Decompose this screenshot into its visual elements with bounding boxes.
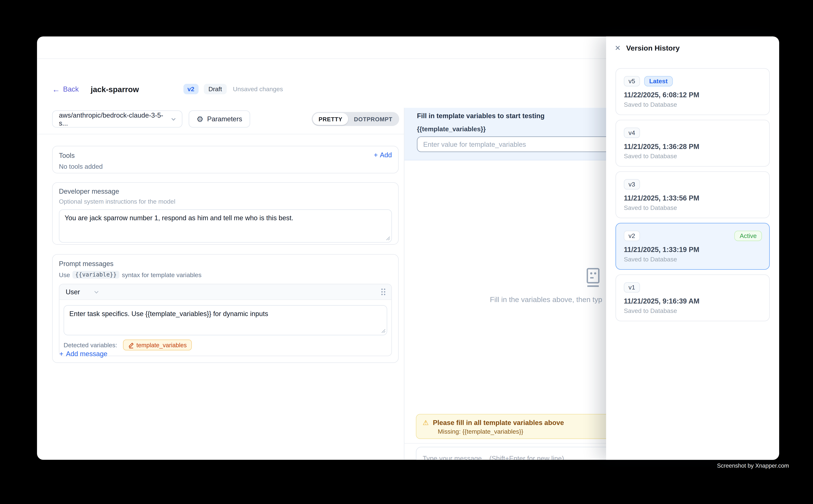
message-header: User <box>59 284 392 300</box>
prompt-messages-title: Prompt messages <box>59 260 392 268</box>
drag-handle-icon[interactable] <box>380 288 386 296</box>
version-card-v3[interactable]: v3 11/21/2025, 1:33:56 PM Saved to Datab… <box>616 171 770 218</box>
unsaved-changes-text: Unsaved changes <box>233 85 283 93</box>
message-block: User Enter tas <box>59 284 392 356</box>
message-textarea-wrap: Enter task specifics. Use {{template_var… <box>64 305 387 335</box>
version-id-chip: v4 <box>624 128 640 138</box>
version-timestamp: 11/21/2025, 9:16:39 AM <box>624 297 761 305</box>
hint-prefix: Use <box>59 271 70 278</box>
back-arrow-icon: ← <box>52 85 60 93</box>
version-card-v2[interactable]: v2 Active 11/21/2025, 1:33:19 PM Saved t… <box>616 223 770 270</box>
user-message-input[interactable]: Enter task specifics. Use {{template_var… <box>64 305 387 335</box>
version-history-header: × Version History <box>606 36 779 59</box>
template-variable-chip[interactable]: template_variables <box>123 340 192 350</box>
version-history-title: Version History <box>626 44 680 52</box>
template-variable-name: template_variables <box>136 342 186 348</box>
pane-divider <box>404 108 404 460</box>
format-option-pretty[interactable]: PRETTY <box>313 113 348 125</box>
developer-message-input[interactable]: You are jack sparrow number 1, respond a… <box>59 209 392 243</box>
developer-message-title: Developer message <box>59 187 392 195</box>
robot-icon <box>583 267 603 290</box>
version-card-v4[interactable]: v4 11/21/2025, 1:36:28 PM Saved to Datab… <box>616 120 770 167</box>
parameters-label: Parameters <box>207 115 242 123</box>
active-badge: Active <box>735 231 762 241</box>
pencil-icon <box>128 342 134 348</box>
model-selector-value: aws/anthropic/bedrock-claude-3-5-s... <box>59 111 170 127</box>
add-tool-label: Add <box>380 151 392 159</box>
version-list: v5 Latest 11/22/2025, 6:08:12 PM Saved t… <box>606 59 779 335</box>
parameters-button[interactable]: ⚙ Parameters <box>188 110 250 128</box>
editor-toolbar: aws/anthropic/bedrock-claude-3-5-s... ⚙ … <box>52 110 399 128</box>
version-timestamp: 11/21/2025, 1:33:19 PM <box>624 246 761 253</box>
version-status: Saved to Database <box>624 152 761 160</box>
developer-message-subtitle: Optional system instructions for the mod… <box>59 198 392 205</box>
version-timestamp: 11/22/2025, 6:08:12 PM <box>624 91 761 99</box>
tools-empty-text: No tools added <box>59 163 392 170</box>
back-button[interactable]: ← Back <box>52 85 79 93</box>
plus-icon: + <box>59 350 63 358</box>
version-card-v1[interactable]: v1 11/21/2025, 9:16:39 AM Saved to Datab… <box>616 274 770 321</box>
hint-suffix: syntax for template variables <box>122 271 201 278</box>
prompt-header: ← Back jack-sparrow v2 Draft Unsaved cha… <box>52 82 283 96</box>
version-chip-row: v1 <box>624 282 761 293</box>
gear-icon: ⚙ <box>196 115 204 123</box>
version-status: Saved to Database <box>624 204 761 211</box>
close-icon[interactable]: × <box>615 43 621 52</box>
chat-empty-state-text: Fill in the variables above, then typ <box>490 295 602 304</box>
version-status: Saved to Database <box>624 307 761 314</box>
message-body: Enter task specifics. Use {{template_var… <box>59 300 392 335</box>
version-chip-row: v4 <box>624 128 761 138</box>
model-selector[interactable]: aws/anthropic/bedrock-claude-3-5-s... <box>52 110 182 128</box>
draft-badge: Draft <box>204 84 227 94</box>
version-id-chip: v5 <box>624 76 640 86</box>
developer-message-card: Developer message Optional system instru… <box>52 182 399 245</box>
watermark-text: Screenshot by Xnapper.com <box>717 462 789 469</box>
warning-title: Please fill in all template variables ab… <box>433 419 564 426</box>
add-message-label: Add message <box>66 350 107 358</box>
version-badge: v2 <box>183 84 198 94</box>
add-tool-button[interactable]: + Add <box>374 151 392 159</box>
resize-handle-icon[interactable] <box>381 329 386 333</box>
version-status: Saved to Database <box>624 256 761 263</box>
back-label: Back <box>63 85 79 93</box>
chevron-down-icon <box>170 116 176 122</box>
version-chip-row: v3 <box>624 179 761 189</box>
format-toggle: PRETTY DOTPROMPT <box>312 112 399 126</box>
tools-title: Tools <box>59 152 392 159</box>
version-card-v5[interactable]: v5 Latest 11/22/2025, 6:08:12 PM Saved t… <box>616 68 770 115</box>
detected-variables-label: Detected variables: <box>64 341 117 349</box>
add-message-button[interactable]: + Add message <box>59 350 107 358</box>
version-id-chip: v2 <box>624 231 640 241</box>
tools-card: Tools + Add No tools added <box>52 146 399 173</box>
page-title: jack-sparrow <box>91 85 139 93</box>
detected-variables-row: Detected variables: template_variables <box>59 335 392 356</box>
template-syntax-hint: Use {{variable}} syntax for template var… <box>59 271 392 279</box>
version-timestamp: 11/21/2025, 1:36:28 PM <box>624 143 761 150</box>
version-id-chip: v1 <box>624 282 640 293</box>
warning-icon: ⚠ <box>423 419 429 426</box>
version-history-panel: × Version History v5 Latest 11/22/2025, … <box>606 36 779 460</box>
resize-handle-icon[interactable] <box>386 236 390 241</box>
latest-badge: Latest <box>644 76 673 86</box>
format-option-dotprompt[interactable]: DOTPROMPT <box>348 113 398 125</box>
chevron-down-icon <box>93 289 100 295</box>
role-selector[interactable]: User <box>66 288 100 296</box>
role-value: User <box>66 288 80 296</box>
developer-textarea-wrap: You are jack sparrow number 1, respond a… <box>59 209 392 243</box>
toolbar-divider <box>37 134 404 134</box>
prompt-messages-card: Prompt messages Use {{variable}} syntax … <box>52 254 399 363</box>
version-timestamp: 11/21/2025, 1:33:56 PM <box>624 194 761 202</box>
version-chip-row: v5 Latest <box>624 76 761 86</box>
version-status: Saved to Database <box>624 101 761 108</box>
plus-icon: + <box>374 151 378 159</box>
screenshot-stage: ← Back jack-sparrow v2 Draft Unsaved cha… <box>0 0 813 504</box>
version-id-chip: v3 <box>624 179 640 189</box>
variable-syntax-chip: {{variable}} <box>73 271 119 279</box>
